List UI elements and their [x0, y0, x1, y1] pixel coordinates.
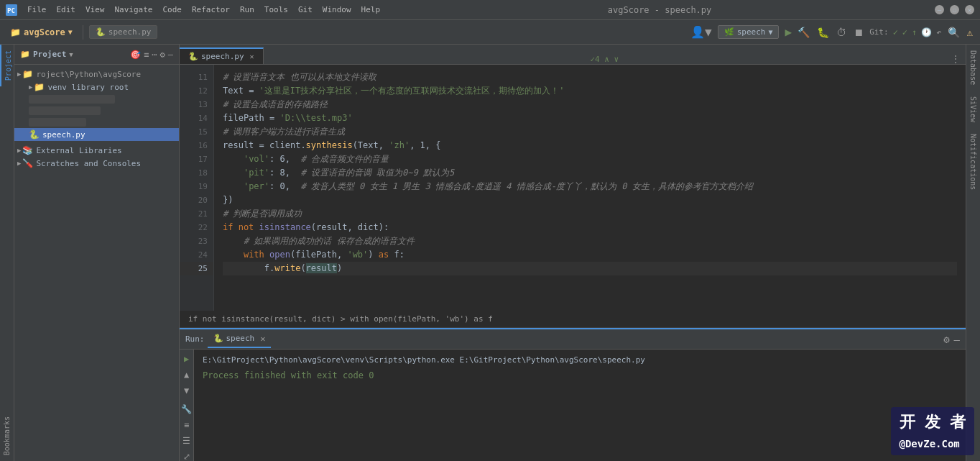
- tree-item-blur3[interactable]: [14, 117, 179, 128]
- branch-icon: 🌿: [724, 27, 734, 37]
- file-name: speech.py: [108, 27, 152, 37]
- check-badge: ✓4 ∧ ∨: [590, 55, 619, 64]
- run-panel-header: Run: 🐍 speech ✕ ⚙ —: [180, 329, 966, 350]
- run-panel: Run: 🐍 speech ✕ ⚙ — ▶ ▲ ▼ 🔧: [180, 328, 966, 461]
- scratches-label: Scratches and Consoles: [36, 159, 141, 168]
- separator: [83, 25, 83, 40]
- editor-tabs: 🐍 speech.py ✕ ✓4 ∧ ∨ ⋮: [180, 45, 966, 65]
- menu-view[interactable]: View: [81, 4, 109, 16]
- branch-selector[interactable]: 🌿 speech ▼: [718, 25, 780, 39]
- gear-icon[interactable]: ⚙: [160, 50, 165, 60]
- window-controls[interactable]: — ☐ ✕: [935, 5, 974, 14]
- tab-database[interactable]: Database: [966, 45, 980, 91]
- menu-run[interactable]: Run: [236, 4, 259, 16]
- menu-navigate[interactable]: Navigate: [111, 4, 157, 16]
- search-icon[interactable]: 🔍: [946, 25, 961, 40]
- menu-refactor[interactable]: Refactor: [188, 4, 234, 16]
- titlebar: PC File Edit View Navigate Code Refactor…: [0, 0, 980, 20]
- stop-icon[interactable]: ⏹: [852, 25, 865, 40]
- breadcrumb: if not isinstance(result, dict) > with o…: [180, 311, 966, 328]
- warning-icon[interactable]: ⚠: [966, 25, 974, 40]
- folder-icon: 📁: [22, 69, 33, 79]
- project-dropdown-icon: 📁: [20, 50, 30, 59]
- tab-notifications[interactable]: Notifications: [966, 128, 980, 196]
- tree-item-venv[interactable]: ▶ 📁 venv library root: [14, 81, 179, 93]
- close-tab-icon[interactable]: ✕: [250, 53, 254, 60]
- tab-bookmarks[interactable]: Bookmarks: [0, 411, 14, 461]
- line-num-25: 25: [180, 262, 213, 275]
- line-num-15: 15: [180, 125, 213, 139]
- minimize-button[interactable]: —: [935, 5, 944, 14]
- tree-item-blur1[interactable]: [14, 93, 179, 105]
- tree-item-scratches[interactable]: ▶ 🪛 Scratches and Consoles: [14, 157, 179, 170]
- run-tab-name: speech: [226, 334, 255, 343]
- wrench-icon[interactable]: 🔧: [180, 403, 193, 416]
- maximize-button[interactable]: ☐: [950, 5, 959, 14]
- right-sidebar-tabs: Database SiView Notifications: [966, 45, 980, 461]
- close-button[interactable]: ✕: [965, 5, 974, 14]
- line-num-16: 16: [180, 139, 213, 152]
- run-button[interactable]: ▶: [785, 25, 792, 39]
- code-content[interactable]: # 设置语音文本 也可以从本地文件读取 Text = '这里是IT技术分享社区，…: [214, 65, 966, 311]
- tab-project[interactable]: Project: [0, 45, 14, 86]
- run-settings[interactable]: ⚙ —: [943, 334, 960, 345]
- line-num-22: 22: [180, 221, 213, 234]
- menu-code[interactable]: Code: [158, 4, 186, 16]
- tree-item-speech[interactable]: 🐍 speech.py: [14, 128, 179, 141]
- tree-item-blur2[interactable]: [14, 105, 179, 117]
- project-icon: 📁: [10, 27, 21, 37]
- code-line-24: with open(filePath, 'wb') as f:: [223, 248, 957, 262]
- expand-icon[interactable]: ⋮: [951, 54, 960, 64]
- scroll-down-icon[interactable]: ▼: [182, 384, 190, 397]
- close-run-tab-icon[interactable]: ✕: [260, 334, 265, 344]
- editor-wrapper: 🐍 speech.py ✕ ✓4 ∧ ∨ ⋮ 11 12 13 14: [180, 45, 966, 461]
- menu-edit[interactable]: Edit: [52, 4, 80, 16]
- build-icon[interactable]: 🔨: [796, 25, 811, 40]
- locate-icon[interactable]: 🎯: [130, 50, 141, 60]
- external-label: External Libraries: [36, 146, 121, 155]
- filter-icon[interactable]: ≡: [182, 419, 190, 432]
- run-command: E:\GitProject\Python\avgScore\venv\Scrip…: [203, 355, 957, 365]
- speech-label: speech.py: [42, 130, 85, 140]
- main-area: Project Bookmarks 📁 Project ▼ 🎯 ≡ ⋯ ⚙ — …: [0, 45, 980, 461]
- code-editor: 11 12 13 14 15 16 17 18 19 20 21 22 23 2…: [180, 65, 966, 311]
- list-icon[interactable]: ☰: [181, 434, 192, 447]
- gear-icon[interactable]: ⚙: [943, 334, 949, 345]
- profile-icon[interactable]: ⏱: [835, 25, 848, 40]
- close-panel-icon[interactable]: —: [168, 50, 173, 60]
- expand-icon[interactable]: ⤢: [182, 450, 192, 461]
- tab-speech[interactable]: 🐍 speech.py ✕: [180, 47, 264, 64]
- tab-siview[interactable]: SiView: [966, 91, 980, 128]
- project-panel-title: Project: [33, 50, 66, 59]
- line-numbers: 11 12 13 14 15 16 17 18 19 20 21 22 23 2…: [180, 65, 214, 311]
- menu-git[interactable]: Git: [294, 4, 317, 16]
- menu-file[interactable]: File: [23, 4, 51, 16]
- project-header-actions: 🎯 ≡ ⋯ ⚙ —: [130, 50, 173, 60]
- collapse-icon[interactable]: ≡: [144, 50, 149, 60]
- tree-item-external[interactable]: ▶ 📚 External Libraries: [14, 144, 179, 157]
- menu-window[interactable]: Window: [318, 4, 356, 16]
- tree-root[interactable]: ▶ 📁 roject\Python\avgScore: [14, 68, 179, 81]
- menu-help[interactable]: Help: [357, 4, 385, 16]
- git-check-icon: ✓: [893, 27, 898, 37]
- code-line-12: Text = '这里是IT技术分享社区，一个有态度的互联网技术交流社区，期待您的…: [223, 84, 957, 98]
- run-tab-speech[interactable]: 🐍 speech ✕: [208, 331, 272, 348]
- account-icon[interactable]: 👤▼: [690, 25, 712, 39]
- run-content: ▶ ▲ ▼ 🔧 ≡ ☰ ⤢ 🗑 E:\GitProject\Python\avg…: [180, 350, 966, 461]
- menu-tools[interactable]: Tools: [260, 4, 292, 16]
- code-line-20: }): [223, 193, 957, 207]
- line-num-12: 12: [180, 84, 213, 98]
- project-selector[interactable]: 📁 avgScore ▼: [6, 26, 77, 39]
- menu-bar[interactable]: File Edit View Navigate Code Refactor Ru…: [23, 4, 384, 16]
- play-icon[interactable]: ▶: [182, 352, 190, 365]
- python-tab-icon: 🐍: [188, 52, 198, 61]
- arrow-icon: ▶: [17, 160, 21, 167]
- svg-text:PC: PC: [7, 7, 15, 14]
- scroll-up-icon[interactable]: ▲: [182, 368, 190, 381]
- debug-icon[interactable]: 🐛: [815, 25, 831, 40]
- code-line-22: if not isinstance(result, dict):: [223, 221, 957, 234]
- app-logo: PC: [6, 4, 17, 16]
- dots-icon[interactable]: ⋯: [152, 50, 157, 60]
- line-num-14: 14: [180, 111, 213, 125]
- minus-icon[interactable]: —: [954, 334, 960, 345]
